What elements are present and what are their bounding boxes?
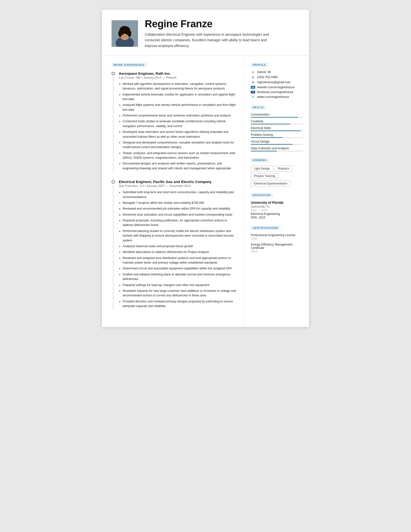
avatar <box>111 20 138 47</box>
skill-item-0: Concentration <box>251 113 303 118</box>
skill-bar-fill-3 <box>251 137 282 138</box>
phone-icon: ☏ <box>251 76 255 79</box>
resume-page: Regine Franze Collaborative Electrical E… <box>102 10 309 327</box>
svg-point-12 <box>124 41 125 42</box>
bullet-2-4: Prepared proposals, including justificat… <box>123 218 236 228</box>
bullet-2-12: Reviewed requests for new large customer… <box>123 289 236 298</box>
profile-facebook-text: facebook.com/reginefranze <box>257 90 293 94</box>
certifications-section: CERTIFICATIONS Professional Engineering … <box>251 226 303 253</box>
skill-bar-bg-3 <box>251 137 303 138</box>
job-bullets-1: Worked with algorithm development in est… <box>119 82 236 171</box>
left-column: WORK EXPERIENCE Aerospace Engineer, Rath… <box>102 56 244 327</box>
skill-name-2: Electrical Skills <box>251 126 303 130</box>
cert-item-1: Energy Efficiency Management Certificate… <box>251 243 303 253</box>
hobby-tag-3: Electrical Experimentation <box>251 181 291 186</box>
skill-bar-bg-1 <box>251 124 303 124</box>
education-section: EDUCATION University of Florida Gainesvi… <box>251 193 303 219</box>
profile-label: PROFILE <box>251 63 268 67</box>
location-icon: ⊙ <box>251 70 255 74</box>
edu-year: Year — 2006 <box>251 209 303 212</box>
skill-bar-bg-4 <box>251 144 303 145</box>
svg-point-6 <box>118 30 122 37</box>
cert-item-0: Professional Engineering License 2020 <box>251 233 303 240</box>
hobby-tag-2: Physics Tutoring <box>251 173 278 179</box>
job-circle-2 <box>111 180 115 183</box>
skill-bar-fill-1 <box>251 124 290 124</box>
skill-name-3: Problem-Solving <box>251 133 303 136</box>
bullet-2-0: Submitted both long term and short-term … <box>123 190 236 200</box>
bullet-1-6: Designed and developed comprehensive, re… <box>123 140 236 150</box>
bullet-2-13: Provided direction and reviewed primary … <box>123 299 236 309</box>
skill-bar-fill-4 <box>251 144 293 145</box>
bullet-1-0: Worked with algorithm development in est… <box>123 82 236 91</box>
cert-name-1: Energy Efficiency Management Certificate <box>251 243 303 250</box>
right-column: PROFILE ⊙ Detroit, MI ☏ (325) 703-4390 ✉… <box>244 56 309 327</box>
linkedin-icon: in <box>251 86 255 89</box>
profile-email: ✉ reginefranze@gmail.com <box>251 81 303 84</box>
twitter-icon: 𝕏 <box>251 95 255 99</box>
bullet-1-4: Conducted trade studies to evaluate cand… <box>123 119 236 129</box>
bullet-1-8: Documented designs and analyses with wri… <box>123 161 236 171</box>
bullet-2-9: Determined circuit and associated equipm… <box>123 266 236 271</box>
profile-location: ⊙ Detroit, MI <box>251 70 303 74</box>
profile-email-text: reginefranze@gmail.com <box>257 81 291 84</box>
bullet-2-3: Monitored area substation and circuit ca… <box>123 212 236 217</box>
svg-point-10 <box>126 33 128 35</box>
job-meta-1: Las Cruces, NM • January 2015 — Present <box>119 76 236 79</box>
job-content-2: Electrical Engineer, Pacific Gas and Ele… <box>119 180 236 310</box>
edu-uni: University of Florida <box>251 201 303 205</box>
hobby-tags: Light DesignRoboticsPhysics TutoringElec… <box>251 166 303 186</box>
skill-item-1: Creativity <box>251 120 303 124</box>
skill-name-1: Creativity <box>251 120 303 123</box>
skills-container: Concentration Creativity Electrical Skil… <box>251 113 303 152</box>
job-bullets-2: Submitted both long term and short-term … <box>119 190 236 308</box>
bullet-2-5: Performed planning studies to correctly … <box>123 229 236 243</box>
bullet-2-6: Analyzed historical loads and projected … <box>123 244 236 249</box>
skills-section: SKILLS Concentration Creativity Electric… <box>251 105 303 152</box>
job-timeline-1 <box>111 71 115 172</box>
email-icon: ✉ <box>251 81 255 84</box>
profile-twitter: 𝕏 twitter.com/reginefranze <box>251 95 303 99</box>
skills-label: SKILLS <box>251 105 266 109</box>
job-content-1: Aerospace Engineer, Rath Inc. Las Cruces… <box>119 71 236 172</box>
profile-facebook: f facebook.com/reginefranze <box>251 90 303 94</box>
cert-year-0: 2020 <box>251 237 303 240</box>
bullet-2-11: Prepared settings for load tap changers … <box>123 283 236 287</box>
bullet-1-2: Analyzed flight systems and reentry vehi… <box>123 103 236 112</box>
hobby-tag-1: Robotics <box>275 166 292 171</box>
work-experience-label: WORK EXPERIENCE <box>111 63 147 67</box>
job-title-1: Aerospace Engineer, Rath Inc. <box>119 71 236 76</box>
bullet-2-2: Reviewed and recommended job estimates w… <box>123 206 236 211</box>
skill-bar-fill-2 <box>251 131 301 131</box>
bullet-2-8: Reviewed and analyzed area distribution … <box>123 256 236 265</box>
skill-bar-fill-0 <box>251 117 298 118</box>
skill-name-0: Concentration <box>251 113 303 116</box>
profile-section: PROFILE ⊙ Detroit, MI ☏ (325) 703-4390 ✉… <box>251 62 303 99</box>
skill-item-3: Problem-Solving <box>251 133 303 138</box>
edu-field: Electrical Engineering <box>251 212 303 216</box>
job-entry-1: Aerospace Engineer, Rath Inc. Las Cruces… <box>111 71 236 172</box>
hobby-tag-0: Light Design <box>251 166 273 171</box>
skill-item-2: Electrical Skills <box>251 126 303 131</box>
profile-phone-text: (325) 703-4390 <box>257 76 278 79</box>
profile-linkedin: in linkedin.com/in/reginefranze <box>251 86 303 89</box>
header-text: Regine Franze Collaborative Electrical E… <box>145 18 298 49</box>
profile-linkedin-text: linkedin.com/in/reginefranze <box>257 86 295 89</box>
edu-gpa: GPA: 2010 <box>251 216 303 219</box>
bullet-1-5: Developed state estimation and sensor fu… <box>123 130 236 139</box>
job-circle-1 <box>111 72 115 75</box>
header-name: Regine Franze <box>145 18 298 29</box>
skill-bar-fill-5 <box>251 151 277 152</box>
cert-name-0: Professional Engineering License <box>251 233 303 237</box>
bullet-1-7: Tested, analyzed, and integrated various… <box>123 151 236 160</box>
job-entry-2: Electrical Engineer, Pacific Gas and Ele… <box>111 180 236 310</box>
bullet-2-7: Identified alternatives to address defic… <box>123 250 236 254</box>
profile-location-text: Detroit, MI <box>257 70 271 74</box>
body-columns: WORK EXPERIENCE Aerospace Engineer, Rath… <box>102 56 309 327</box>
certifications-label: CERTIFICATIONS <box>251 226 280 230</box>
svg-point-9 <box>122 33 124 35</box>
job-line-1 <box>113 76 113 172</box>
bullet-1-1: Implemented vehicle kinematic models for… <box>123 92 236 102</box>
job-timeline-2 <box>111 180 115 310</box>
cert-year-1: 2019 <box>251 250 303 253</box>
